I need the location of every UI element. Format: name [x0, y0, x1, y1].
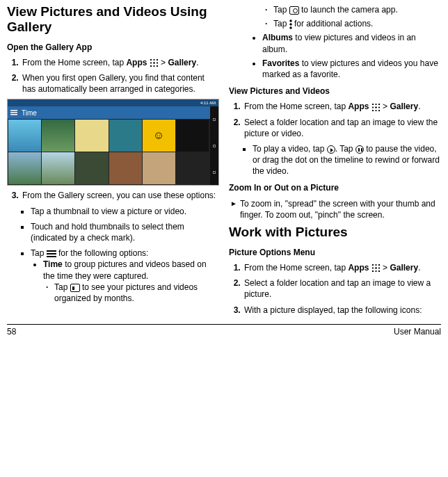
status-bar: 4:11 AM [8, 99, 218, 106]
option-time: Time to group pictures and videos based … [43, 259, 219, 304]
subitem-camera: Tap to launch the camera app. [273, 4, 441, 15]
continued-options: Albums to view pictures and videos in an… [229, 32, 441, 80]
option-favorites: Favorites to view pictures and videos yo… [262, 58, 441, 80]
step-1: From the Home screen, tap Apps > Gallery… [21, 57, 219, 68]
picture-options-steps: From the Home screen, tap Apps > Gallery… [229, 262, 441, 316]
heading-gallery: View Pictures and Videos Using Gallery [7, 4, 219, 35]
heading-work-pictures: Work with Pictures [229, 225, 441, 240]
subheading-zoom: Zoom In or Out on a Picture [229, 182, 441, 193]
zoom-list: To zoom in, "spread" the screen with you… [229, 198, 441, 220]
po-step-2: Select a folder location and tap an imag… [243, 277, 441, 300]
view-step-1: From the Home screen, tap Apps > Gallery… [243, 101, 441, 112]
view-steps: From the Home screen, tap Apps > Gallery… [229, 101, 441, 139]
continued-subitems: Tap to launch the camera app. Tap for ad… [229, 4, 441, 29]
month-view-icon [70, 284, 80, 292]
play-icon [327, 145, 335, 154]
subheading-picture-options: Picture Options Menu [229, 247, 441, 258]
option-thumbnail: Tap a thumbnail to view a picture or vid… [31, 206, 219, 217]
page-body: View Pictures and Videos Using Gallery O… [0, 0, 448, 321]
hamburger-icon [10, 110, 17, 115]
option-albums: Albums to view pictures and videos in an… [262, 32, 441, 54]
subheading-view: View Pictures and Videos [229, 86, 441, 97]
pause-icon [355, 145, 364, 154]
apps-grid-icon [371, 264, 381, 273]
apps-grid-icon [150, 58, 159, 67]
step-3: From the Gallery screen, you can use the… [21, 190, 219, 201]
subitem-more: Tap for additional actions. [273, 18, 441, 29]
po-step-3: With a picture displayed, tap the follow… [243, 305, 441, 316]
open-app-steps: From the Home screen, tap Apps > Gallery… [7, 57, 219, 95]
menu-bars-icon [47, 250, 56, 257]
zoom-item: To zoom in, "spread" the screen with you… [240, 198, 441, 220]
nav-bar [210, 106, 218, 185]
page-footer: 58 User Manual [7, 324, 441, 337]
time-subitems: Tap to see your pictures and videos orga… [43, 282, 219, 304]
apps-grid-icon [371, 103, 381, 112]
menu-suboptions: Time to group pictures and videos based … [31, 259, 219, 304]
right-column: Tap to launch the camera app. Tap for ad… [229, 4, 441, 320]
subitem-month: Tap to see your pictures and videos orga… [54, 282, 219, 304]
gallery-screenshot: 4:11 AM Time [7, 99, 219, 186]
view-step-2: Select a folder location and tap an imag… [243, 117, 441, 139]
step-3-list: From the Gallery screen, you can use the… [7, 190, 219, 201]
gallery-options: Tap a thumbnail to view a picture or vid… [7, 206, 219, 305]
option-menu: Tap for the following options: Time to g… [31, 248, 219, 304]
po-step-1: From the Home screen, tap Apps > Gallery… [243, 262, 441, 273]
left-column: View Pictures and Videos Using Gallery O… [7, 4, 219, 320]
page-number: 58 [7, 326, 16, 337]
app-bar: Time [8, 106, 218, 119]
thumbnail-grid [8, 119, 218, 185]
option-hold: Touch and hold thumbnails to select them… [31, 221, 219, 243]
play-video-item: To play a video, tap . Tap to pause the … [253, 143, 441, 177]
app-bar-title: Time [22, 108, 37, 118]
step-2: When you first open Gallery, you find th… [21, 72, 219, 95]
footer-label: User Manual [394, 326, 441, 337]
play-video-list: To play a video, tap . Tap to pause the … [229, 143, 441, 177]
subheading-open-app: Open the Gallery App [7, 42, 219, 53]
camera-icon [289, 6, 299, 15]
